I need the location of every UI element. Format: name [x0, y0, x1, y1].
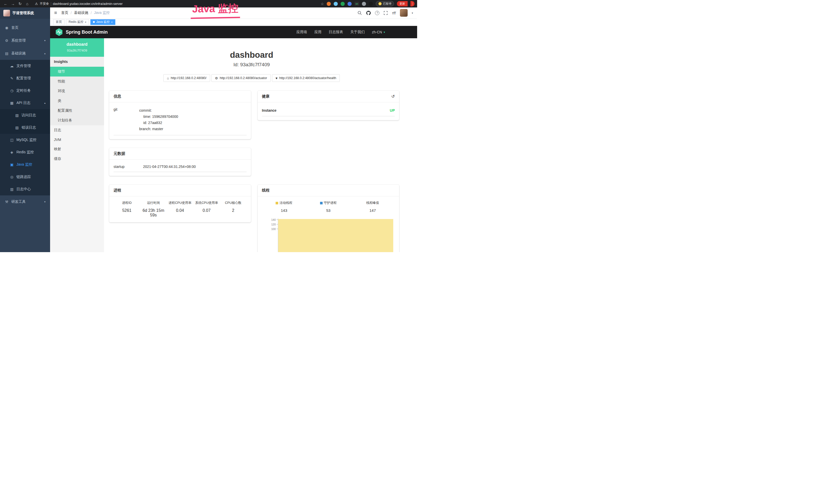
locale-label: zh-CN	[372, 30, 382, 34]
sba-brand[interactable]: Spring Boot Admin	[55, 28, 108, 36]
tab-redis-monitor[interactable]: Redis 监控 ×	[66, 19, 89, 25]
process-metric-value: 0.04	[167, 208, 193, 213]
tab-java-monitor[interactable]: Java 监控 ×	[90, 19, 115, 25]
sba-item-mappings[interactable]: 映射	[50, 144, 104, 154]
health-instance-row[interactable]: Instance UP	[262, 106, 395, 116]
tab-home[interactable]: 首页	[53, 19, 64, 25]
sba-item-environment[interactable]: 环境	[50, 86, 104, 96]
process-metric-value: 6d 23h 15m 59s	[140, 208, 167, 217]
sba-item-jvm[interactable]: JVM	[50, 135, 104, 144]
history-icon[interactable]: ↺	[391, 94, 395, 99]
sidebar-item-label: 链路追踪	[17, 175, 31, 179]
avatar[interactable]	[400, 9, 408, 17]
info-card-title: 信息	[113, 94, 121, 99]
app-title: 芋道管理系统	[12, 11, 34, 16]
chevron-up-icon: ▴	[44, 52, 45, 55]
sba-nav-applications[interactable]: 应用	[314, 30, 322, 35]
extension-icon[interactable]	[334, 2, 338, 6]
close-icon[interactable]: ×	[111, 21, 112, 24]
cpu-cores: CPU核心数 2	[220, 201, 247, 217]
legend-daemon-threads: 守护进程 53	[306, 201, 351, 212]
breadcrumb-home[interactable]: 首页	[61, 10, 68, 15]
sidebar-item-label: 系统管理	[11, 38, 26, 43]
fullscreen-icon[interactable]	[383, 11, 388, 15]
health-card: 健康 ↺ Instance UP	[258, 91, 399, 120]
sidebar-item-home[interactable]: ◉ 首页	[0, 21, 50, 34]
extension-icon[interactable]	[327, 2, 331, 6]
sba-nav-wallboard[interactable]: 应用墙	[297, 30, 307, 35]
process-metric-value: 2	[220, 208, 247, 213]
security-warning-icon: ⚠	[35, 2, 38, 6]
sidebar-item-system-mgmt[interactable]: ⚙ 系统管理 ▾	[0, 34, 50, 47]
sba-item-classes[interactable]: 类	[50, 96, 104, 106]
bookmark-star-icon[interactable]: ☆	[321, 2, 324, 6]
service-url-button[interactable]: ⌂ http://192.168.0.2:48080/	[163, 74, 210, 82]
extension-icon[interactable]	[341, 2, 345, 6]
sidebar-item-api-logs[interactable]: ▦ API 日志 ▴	[0, 97, 50, 109]
sidebar-item-redis-monitor[interactable]: ◈ Redis 监控	[0, 146, 50, 158]
sba-item-logs[interactable]: 日志	[50, 125, 104, 135]
sidebar-item-java-monitor[interactable]: ▣ Java 监控	[0, 158, 50, 171]
health-url-button[interactable]: ♥ http://192.168.0.2:48080/actuator/heal…	[272, 74, 340, 82]
sidebar-item-error-logs[interactable]: ▨ 错误日志	[0, 121, 50, 134]
cloud-icon: ☁	[10, 64, 14, 68]
sba-item-details[interactable]: 细节	[50, 67, 104, 76]
sba-item-metrics[interactable]: 性能	[50, 76, 104, 86]
home-icon[interactable]: ⌂	[24, 2, 30, 6]
sba-nav-about[interactable]: 关于我们	[350, 30, 365, 35]
app-logo-row[interactable]: 芋道管理系统	[0, 7, 50, 19]
sba-nav-journal[interactable]: 日志报表	[329, 30, 343, 35]
sba-nav: 应用墙 应用 日志报表 关于我们 zh-CN ▾	[297, 30, 412, 35]
sidebar-item-file-mgmt[interactable]: ☁ 文件管理	[0, 60, 50, 72]
sidebar-item-dev-tools[interactable]: ⚒ 研发工具 ▾	[0, 196, 50, 208]
update-button[interactable]: 更新	[397, 1, 408, 6]
sidebar-item-label: Java 监控	[17, 162, 32, 167]
sidebar-item-mysql-monitor[interactable]: ◫ MySQL 监控	[0, 134, 50, 146]
breadcrumb-infra[interactable]: 基础设施	[74, 10, 88, 15]
sidebar-item-label: 首页	[11, 25, 19, 30]
font-size-icon[interactable]: тT	[392, 11, 396, 15]
emoji-icon	[378, 2, 382, 5]
threads-card: 线程 活动线程	[258, 185, 399, 252]
url-text[interactable]: dashboard.yudao.iocoder.cn/infra/admin-s…	[53, 2, 123, 6]
sidebar-item-config-mgmt[interactable]: ✎ 配置管理	[0, 72, 50, 85]
forward-icon[interactable]: →	[10, 2, 16, 6]
extension-icon[interactable]	[362, 2, 366, 6]
sidebar-item-tracing[interactable]: ◎ 链路追踪	[0, 171, 50, 183]
sidebar-item-log-center[interactable]: ▥ 日志中心	[0, 183, 50, 196]
extension-icon[interactable]	[369, 2, 373, 6]
health-url: http://192.168.0.2:48080/actuator/health	[279, 76, 336, 80]
back-icon[interactable]: ←	[3, 2, 9, 6]
redis-icon: ◈	[10, 150, 14, 154]
sidebar-item-access-logs[interactable]: ▧ 访问日志	[0, 109, 50, 121]
security-label: 不安全	[40, 2, 49, 6]
reload-icon[interactable]: ↻	[17, 2, 23, 6]
extension-on-badge[interactable]: on	[354, 2, 359, 6]
threads-card-title: 线程	[262, 188, 270, 193]
process-metric-value: 0.07	[193, 208, 220, 213]
breadcrumb: 首页 / 基础设施 / Java 监控	[61, 10, 110, 15]
sba-logo-icon	[55, 28, 63, 36]
actuator-url-button[interactable]: ⚙ http://192.168.0.2:48080/actuator	[212, 74, 271, 82]
chart-plot-area	[278, 218, 395, 252]
sba-item-scheduled-tasks[interactable]: 计划任务	[50, 116, 104, 125]
browser-menu-icon[interactable]: ⋮	[411, 1, 415, 6]
health-icon: ♥	[276, 76, 278, 80]
address-bar[interactable]: ⚠ 不安全 dashboard.yudao.iocoder.cn/infra/a…	[35, 2, 123, 6]
sidebar-item-scheduled-jobs[interactable]: ◷ 定时任务	[0, 85, 50, 97]
hamburger-icon[interactable]: ≡	[54, 10, 57, 16]
sba-header: Spring Boot Admin 应用墙 应用 日志报表 关于我们 zh-CN…	[50, 26, 417, 38]
paused-badge[interactable]: 已暂停	[376, 1, 394, 6]
close-icon[interactable]: ×	[85, 21, 86, 24]
locale-selector[interactable]: zh-CN ▾	[372, 30, 385, 34]
avatar-caret-icon[interactable]: ▾	[412, 12, 413, 15]
sba-section-insights[interactable]: Insights	[50, 57, 104, 67]
extension-icon[interactable]	[348, 2, 352, 6]
instance-header[interactable]: dashboard 93a3fc7f7409	[50, 38, 104, 57]
sidebar-item-infrastructure[interactable]: ▤ 基础设施 ▴	[0, 47, 50, 60]
sba-item-configprops[interactable]: 配置属性	[50, 106, 104, 116]
github-icon[interactable]	[366, 10, 371, 16]
help-icon[interactable]: ?	[375, 11, 379, 15]
sba-item-caches[interactable]: 缓存	[50, 154, 104, 164]
search-icon[interactable]	[357, 11, 362, 15]
